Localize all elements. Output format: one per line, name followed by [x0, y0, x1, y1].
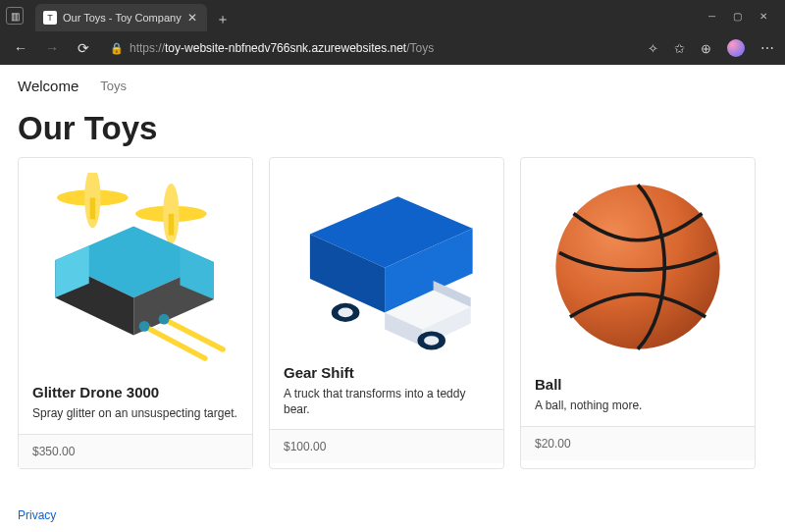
svg-rect-5 [169, 214, 174, 236]
address-bar[interactable]: 🔒 https://toy-website-nbfnedv766snk.azur… [110, 41, 434, 55]
page-title: Our Toys [18, 110, 767, 147]
svg-point-12 [159, 314, 170, 325]
product-image [19, 158, 252, 384]
svg-point-23 [424, 336, 439, 346]
nav-brand-link[interactable]: Welcome [18, 78, 78, 94]
tab-title: Our Toys - Toy Company [63, 12, 182, 24]
svg-point-24 [555, 185, 719, 348]
product-grid: Glitter Drone 3000 Spray glitter on an u… [18, 157, 767, 469]
product-price: $100.00 [270, 429, 503, 463]
product-price: $350.00 [19, 434, 252, 468]
site-nav: Welcome Toys [18, 65, 767, 106]
product-image [521, 158, 755, 376]
drone-illustration [32, 173, 238, 369]
collections-icon[interactable]: ⊕ [701, 41, 711, 56]
nav-toys-link[interactable]: Toys [100, 79, 127, 93]
product-image [270, 158, 503, 364]
page-content: Welcome Toys Our Toys [0, 65, 785, 532]
truck-illustration [284, 163, 490, 359]
product-card: Glitter Drone 3000 Spray glitter on an u… [18, 157, 253, 469]
product-price: $20.00 [521, 426, 755, 460]
svg-point-21 [338, 308, 352, 318]
lock-icon: 🔒 [110, 42, 124, 55]
svg-rect-2 [90, 197, 95, 219]
product-desc: A truck that transforms into a teddy bea… [270, 381, 503, 429]
favorites-icon[interactable]: ✩ [674, 41, 685, 56]
browser-chrome: ▥ T Our Toys - Toy Company ✕ ＋ ─ ▢ ✕ ← →… [0, 0, 785, 65]
window-controls: ─ ▢ ✕ [697, 11, 779, 22]
product-desc: Spray glitter on an unsuspecting target. [19, 400, 252, 434]
basketball-illustration [535, 169, 741, 365]
profile-avatar[interactable] [727, 39, 745, 57]
tab-shelf: T Our Toys - Toy Company ✕ ＋ [35, 0, 697, 31]
url-text: https://toy-website-nbfnedv766snk.azurew… [130, 41, 434, 55]
tab-favicon-icon: T [43, 11, 57, 25]
refresh-button[interactable]: ⟳ [73, 37, 94, 59]
browser-toolbar: ← → ⟳ 🔒 https://toy-website-nbfnedv766sn… [0, 31, 785, 65]
product-name: Ball [521, 376, 755, 393]
maximize-icon[interactable]: ▢ [733, 11, 742, 22]
privacy-link[interactable]: Privacy [18, 508, 56, 522]
more-menu-icon[interactable]: ⋯ [760, 40, 775, 56]
new-tab-button[interactable]: ＋ [211, 8, 235, 31]
back-button[interactable]: ← [10, 37, 31, 59]
minimize-icon[interactable]: ─ [708, 11, 715, 22]
tab-close-icon[interactable]: ✕ [187, 11, 197, 25]
product-desc: A ball, nothing more. [521, 393, 755, 426]
product-name: Gear Shift [270, 364, 503, 381]
toolbar-right: ✧ ✩ ⊕ ⋯ [648, 39, 775, 57]
url-path: /Toys [406, 41, 434, 55]
product-card: Gear Shift A truck that transforms into … [269, 157, 504, 469]
close-icon[interactable]: ✕ [759, 11, 767, 22]
reading-list-icon[interactable]: ✧ [648, 41, 658, 56]
url-host: toy-website-nbfnedv766snk.azurewebsites.… [165, 41, 406, 55]
product-card: Ball A ball, nothing more. $20.00 [520, 157, 756, 469]
browser-tab[interactable]: T Our Toys - Toy Company ✕ [35, 4, 207, 31]
forward-button[interactable]: → [41, 37, 63, 59]
svg-point-11 [139, 321, 150, 332]
url-scheme: https:// [130, 41, 165, 55]
product-name: Glitter Drone 3000 [19, 384, 252, 400]
tab-actions-icon[interactable]: ▥ [6, 7, 24, 25]
titlebar: ▥ T Our Toys - Toy Company ✕ ＋ ─ ▢ ✕ [0, 0, 785, 31]
